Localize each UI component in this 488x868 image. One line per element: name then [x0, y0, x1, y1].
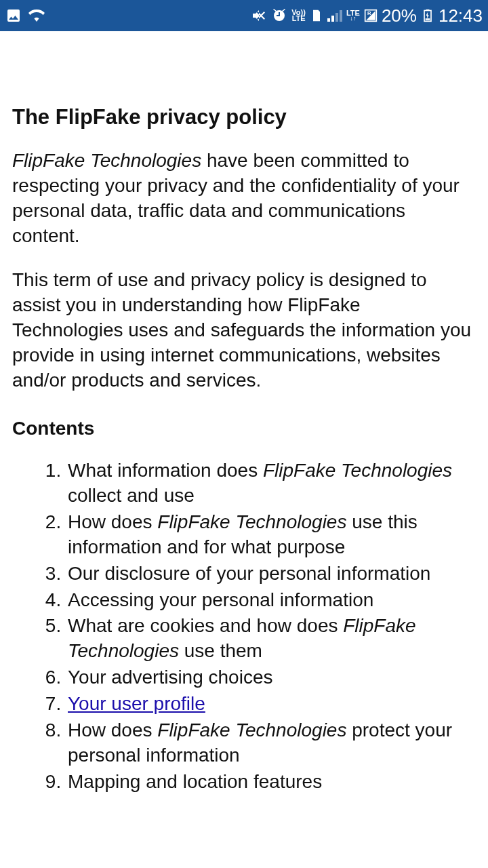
contents-heading: Contents — [12, 418, 476, 439]
toc-item-4[interactable]: Accessing your personal information — [66, 588, 476, 613]
toc-item-2[interactable]: How does FlipFake Technologies use this … — [66, 510, 476, 560]
company-name: FlipFake Technologies — [12, 150, 201, 171]
clock: 12:43 — [439, 5, 483, 26]
toc-item-6[interactable]: Your advertising choices — [66, 665, 476, 690]
roaming-signal-icon: R — [364, 9, 378, 22]
toc-item-9[interactable]: Mapping and location features — [66, 770, 476, 795]
gallery-icon — [5, 7, 22, 24]
status-right: Vo)) LTE LTE ↓↑ R 20% 12:43 — [251, 5, 483, 26]
intro-paragraph-2: This term of use and privacy policy is d… — [12, 268, 476, 393]
user-profile-link[interactable]: Your user profile — [68, 693, 205, 714]
lte-label-small: LTE — [292, 16, 306, 22]
table-of-contents: What information does FlipFake Technolog… — [12, 458, 476, 795]
volte-indicator: Vo)) LTE — [291, 9, 306, 22]
page-title: The FlipFake privacy policy — [12, 104, 476, 130]
lte-indicator: LTE ↓↑ — [346, 10, 360, 21]
toc-item-5[interactable]: What are cookies and how does FlipFake T… — [66, 614, 476, 664]
battery-charging-icon — [421, 9, 434, 22]
sim-icon — [310, 9, 323, 22]
toc-item-7[interactable]: Your user profile — [66, 692, 476, 717]
intro-paragraph-1: FlipFake Technologies have been committe… — [12, 149, 476, 249]
toc-item-3[interactable]: Our disclosure of your personal informat… — [66, 561, 476, 587]
document-content[interactable]: The FlipFake privacy policy FlipFake Tec… — [0, 31, 488, 795]
wifi-icon — [28, 7, 45, 24]
svg-text:R: R — [367, 10, 371, 16]
lte-arrows: ↓↑ — [350, 16, 356, 21]
signal-icon — [327, 9, 342, 22]
battery-percent: 20% — [382, 5, 417, 26]
svg-rect-4 — [426, 18, 430, 20]
alarm-icon — [271, 7, 287, 24]
toc-item-1[interactable]: What information does FlipFake Technolog… — [66, 458, 476, 509]
status-left — [5, 7, 45, 24]
toc-item-8[interactable]: How does FlipFake Technologies protect y… — [66, 718, 476, 768]
svg-rect-3 — [426, 9, 429, 11]
mute-vibrate-icon — [251, 7, 267, 24]
status-bar: Vo)) LTE LTE ↓↑ R 20% 12:43 — [0, 0, 488, 31]
